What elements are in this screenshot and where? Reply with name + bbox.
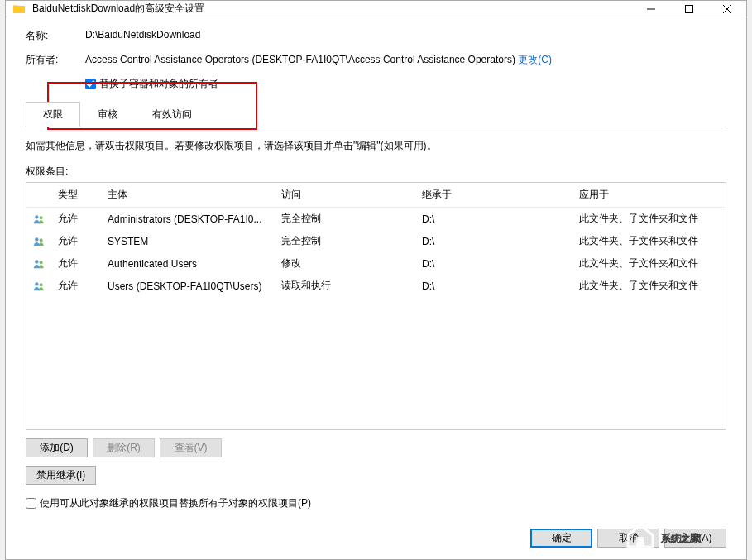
row-access: 完全控制 (275, 232, 415, 250)
add-button[interactable]: 添加(D) (26, 438, 88, 457)
maximize-button[interactable] (670, 1, 708, 17)
tab-effective-access[interactable]: 有效访问 (135, 102, 209, 127)
header-type[interactable]: 类型 (51, 183, 101, 207)
replace-all-checkbox[interactable] (26, 498, 36, 509)
row-access: 修改 (275, 255, 415, 272)
table-row[interactable]: 允许Authenticated Users修改D:\此文件夹、子文件夹和文件 (26, 252, 726, 275)
folder-icon (12, 2, 26, 16)
row-principal: SYSTEM (101, 234, 275, 249)
ok-button[interactable]: 确定 (530, 529, 592, 548)
disable-inheritance-button[interactable]: 禁用继承(I) (26, 466, 96, 485)
dialog-footer: 确定 取消 应用(A) (26, 510, 726, 548)
row-applies: 此文件夹、子文件夹和文件 (572, 255, 726, 272)
header-inherited[interactable]: 继承于 (415, 183, 572, 207)
replace-owner-label: 替换子容器和对象的所有者 (99, 77, 218, 91)
content-area: 名称: D:\BaiduNetdiskDownload 所有者: Access … (6, 17, 746, 559)
header-blank (26, 183, 51, 207)
change-owner-link[interactable]: 更改(C) (518, 54, 552, 65)
apply-button[interactable]: 应用(A) (664, 529, 726, 548)
row-inherited: D:\ (415, 234, 572, 249)
row-applies: 此文件夹、子文件夹和文件 (572, 277, 726, 294)
replace-all-label: 使用可从此对象继承的权限项目替换所有子对象的权限项目(P) (40, 496, 311, 510)
svg-point-7 (35, 282, 38, 285)
row-inherited: D:\ (415, 212, 572, 227)
svg-point-4 (40, 238, 43, 242)
table-row[interactable]: 允许Administrators (DESKTOP-FA1I0...完全控制D:… (26, 208, 726, 230)
tabs: 权限 审核 有效访问 (26, 101, 726, 127)
window-controls (632, 1, 746, 17)
view-button: 查看(V) (160, 438, 222, 457)
users-icon (33, 213, 45, 226)
tab-permissions[interactable]: 权限 (26, 102, 80, 127)
row-type: 允许 (51, 277, 101, 294)
users-icon (33, 280, 45, 293)
minimize-button[interactable] (632, 1, 670, 17)
row-inherited: D:\ (415, 279, 572, 294)
row-access: 读取和执行 (275, 277, 415, 294)
titlebar: BaiduNetdiskDownload的高级安全设置 (6, 1, 746, 17)
svg-point-8 (40, 283, 43, 286)
cancel-button[interactable]: 取消 (597, 529, 659, 548)
perm-entries-label: 权限条目: (26, 165, 726, 179)
table-body: 允许Administrators (DESKTOP-FA1I0...完全控制D:… (26, 208, 726, 297)
security-settings-window: BaiduNetdiskDownload的高级安全设置 名称: D:\Baidu… (5, 0, 747, 560)
minimize-icon (647, 5, 655, 13)
row-principal: Administrators (DESKTOP-FA1I0... (101, 212, 275, 227)
close-icon (723, 5, 731, 13)
users-icon (33, 257, 45, 270)
replace-all-row: 使用可从此对象继承的权限项目替换所有子对象的权限项目(P) (26, 496, 726, 510)
permissions-table: 类型 主体 访问 继承于 应用于 允许Administrators (DESKT… (26, 182, 726, 430)
row-applies: 此文件夹、子文件夹和文件 (572, 210, 726, 227)
header-access[interactable]: 访问 (275, 183, 415, 207)
maximize-icon (685, 5, 693, 13)
window-title: BaiduNetdiskDownload的高级安全设置 (32, 2, 632, 16)
owner-row: 所有者: Access Control Assistance Operators… (26, 53, 726, 67)
tab-auditing[interactable]: 审核 (80, 102, 135, 127)
header-applies[interactable]: 应用于 (572, 183, 726, 207)
description-text: 如需其他信息，请双击权限项目。若要修改权限项目，请选择该项目并单击"编辑"(如果… (26, 139, 726, 153)
name-label: 名称: (26, 29, 85, 43)
remove-button: 删除(R) (93, 438, 155, 457)
table-header: 类型 主体 访问 继承于 应用于 (26, 183, 726, 208)
row-access: 完全控制 (275, 210, 415, 227)
row-inherited: D:\ (415, 256, 572, 271)
svg-point-2 (40, 216, 43, 219)
table-row[interactable]: 允许Users (DESKTOP-FA1I0QT\Users)读取和执行D:\此… (26, 275, 726, 297)
replace-owner-checkbox[interactable] (85, 79, 96, 89)
users-icon (33, 235, 45, 248)
svg-point-5 (35, 260, 38, 263)
row-type: 允许 (51, 232, 101, 250)
name-value: D:\BaiduNetdiskDownload (85, 29, 200, 43)
inherit-buttons: 禁用继承(I) (26, 466, 726, 485)
svg-point-3 (35, 237, 38, 241)
table-row[interactable]: 允许SYSTEM完全控制D:\此文件夹、子文件夹和文件 (26, 230, 726, 252)
row-type: 允许 (51, 210, 101, 227)
name-row: 名称: D:\BaiduNetdiskDownload (26, 29, 726, 43)
header-principal[interactable]: 主体 (101, 183, 275, 207)
permission-buttons: 添加(D) 删除(R) 查看(V) (26, 438, 726, 457)
svg-point-6 (40, 261, 43, 264)
row-principal: Authenticated Users (101, 256, 275, 271)
owner-label: 所有者: (26, 53, 85, 67)
row-applies: 此文件夹、子文件夹和文件 (572, 232, 726, 250)
svg-point-1 (35, 215, 38, 218)
row-type: 允许 (51, 255, 101, 272)
owner-value: Access Control Assistance Operators (DES… (85, 53, 552, 67)
close-button[interactable] (708, 1, 746, 17)
row-principal: Users (DESKTOP-FA1I0QT\Users) (101, 279, 275, 294)
owner-text: Access Control Assistance Operators (DES… (85, 54, 515, 65)
svg-rect-0 (686, 5, 693, 12)
replace-owner-row: 替换子容器和对象的所有者 (85, 77, 726, 91)
